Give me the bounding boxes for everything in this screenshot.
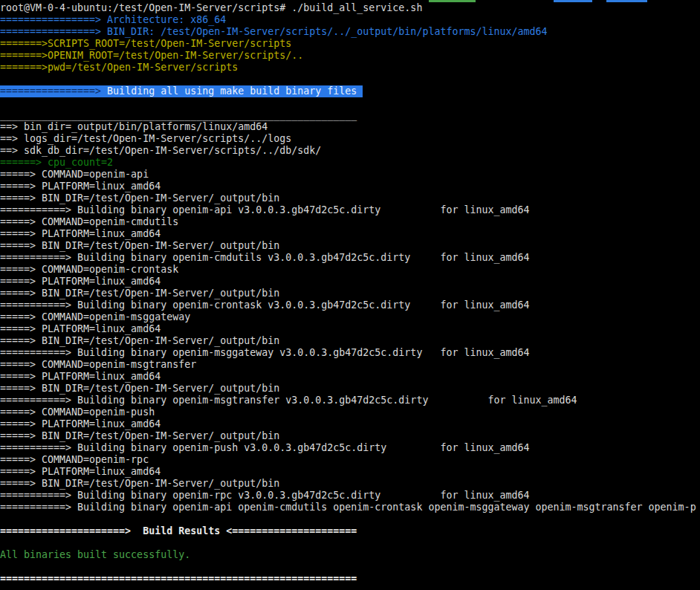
terminal-text-segment: =======>OPENIM_ROOT=/test/Open-IM-Server…: [0, 50, 303, 61]
terminal-text-segment: =====> COMMAND=openim-cmdutils: [0, 216, 178, 227]
terminal-line: [0, 74, 700, 85]
terminal-line: [0, 97, 700, 109]
terminal-line: ===========> Building binary openim-api …: [0, 204, 700, 216]
terminal-line: ======> cpu_count=2: [0, 157, 700, 169]
terminal-text-segment: ===========> Building binary openim-push…: [0, 442, 529, 453]
terminal-text-segment: =====================> Build Results <==…: [0, 525, 357, 536]
terminal-text-segment: ===========> Building binary openim-rpc …: [0, 490, 529, 501]
terminal-text-segment: ================> BIN_DIR: /test/Open-IM…: [0, 26, 548, 37]
terminal-text-segment: =====> COMMAND=openim-push: [0, 406, 155, 418]
terminal-text-segment: root@VM-0-4-ubuntu:/test/Open-IM-Server/…: [0, 2, 422, 13]
terminal-line: =====> BIN_DIR=/test/Open-IM-Server/_out…: [0, 192, 700, 204]
terminal-line: ===========> Building binary openim-push…: [0, 442, 700, 454]
terminal-text-segment: ================> Architecture: x86_64: [0, 14, 226, 25]
terminal-line: ==> bin_dir=_output/bin/platforms/linux/…: [0, 121, 700, 133]
terminal-line: ==> sdk_db_dir=/test/Open-IM-Server/scri…: [0, 145, 700, 157]
terminal-text-segment: =====> BIN_DIR=/test/Open-IM-Server/_out…: [0, 240, 279, 251]
terminal-line: =====> BIN_DIR=/test/Open-IM-Server/_out…: [0, 335, 700, 347]
terminal-line: ===========> Building binary openim-cron…: [0, 299, 700, 311]
terminal-text-segment: ===========> Building binary openim-msgg…: [0, 347, 529, 358]
terminal-line: ========================================…: [0, 573, 700, 585]
terminal-text-segment: ==> sdk_db_dir=/test/Open-IM-Server/scri…: [0, 145, 321, 156]
terminal-text-segment: =====> BIN_DIR=/test/Open-IM-Server/_out…: [0, 288, 279, 299]
terminal-text-segment: ======> cpu_count=2: [0, 157, 113, 168]
terminal-text-segment: =====> COMMAND=openim-api: [0, 169, 149, 180]
terminal-line: ===========> Building binary openim-api …: [0, 502, 700, 513]
terminal-text-segment: ===========> Building binary openim-cmdu…: [0, 252, 529, 263]
terminal-text-segment: =====> BIN_DIR=/test/Open-IM-Server/_out…: [0, 383, 279, 394]
terminal-line: =====> COMMAND=openim-rpc: [0, 454, 700, 466]
terminal-line: =======>pwd=/test/Open-IM-Server/scripts: [0, 62, 700, 74]
terminal-text-segment: =====> PLATFORM=linux_amd64: [0, 276, 161, 287]
terminal-line: =====> PLATFORM=linux_amd64: [0, 228, 700, 240]
terminal-line: =====> BIN_DIR=/test/Open-IM-Server/_out…: [0, 240, 700, 252]
terminal-text-segment: =====> PLATFORM=linux_amd64: [0, 371, 161, 382]
terminal-text-segment: ________________________________________…: [0, 109, 357, 120]
terminal-text-segment: ===========> Building binary openim-msgt…: [0, 395, 577, 406]
terminal-line: ================> BIN_DIR: /test/Open-IM…: [0, 26, 700, 38]
terminal-text-segment: =====> PLATFORM=linux_amd64: [0, 323, 161, 334]
terminal-line: =======>SCRIPTS_ROOT=/test/Open-IM-Serve…: [0, 38, 700, 50]
terminal-line: =====> PLATFORM=linux_amd64: [0, 371, 700, 383]
terminal-text-segment: ===========> Building binary openim-cron…: [0, 299, 529, 311]
terminal-line: =====> BIN_DIR=/test/Open-IM-Server/_out…: [0, 288, 700, 299]
terminal-text-segment: =====> COMMAND=openim-rpc: [0, 454, 149, 465]
clipped-text-fragment: [606, 0, 647, 2]
terminal-text-segment: =====> BIN_DIR=/test/Open-IM-Server/_out…: [0, 192, 279, 204]
terminal-line: root@VM-0-4-ubuntu:/test/Open-IM-Server/…: [0, 2, 700, 14]
terminal-line: ===========> Building binary openim-cmdu…: [0, 252, 700, 264]
terminal-text-segment: ========================================…: [0, 573, 357, 584]
terminal-line: [0, 561, 700, 573]
terminal-text-segment: =======>pwd=/test/Open-IM-Server/scripts: [0, 62, 238, 73]
terminal-text-segment: =====> PLATFORM=linux_amd64: [0, 228, 161, 239]
terminal-text-segment: =====> PLATFORM=linux_amd64: [0, 466, 161, 477]
terminal-line: =====> BIN_DIR=/test/Open-IM-Server/_out…: [0, 478, 700, 490]
terminal-line: =====> COMMAND=openim-msgtransfer: [0, 359, 700, 371]
terminal-text-segment: =====> BIN_DIR=/test/Open-IM-Server/_out…: [0, 478, 279, 489]
terminal-text-segment: Building all using make build binary fil…: [107, 85, 363, 97]
terminal-text-segment: ===========> Building binary openim-api …: [0, 204, 529, 215]
terminal-text-segment: ================>: [0, 85, 107, 97]
terminal-text-segment: =====> PLATFORM=linux_amd64: [0, 181, 161, 192]
terminal-line: ===========> Building binary openim-rpc …: [0, 490, 700, 502]
terminal-line: =====> COMMAND=openim-msggateway: [0, 311, 700, 323]
terminal-line: =====> BIN_DIR=/test/Open-IM-Server/_out…: [0, 430, 700, 442]
clipped-text-fragment: [429, 0, 476, 2]
terminal-line: ================> Architecture: x86_64: [0, 14, 700, 26]
terminal-text-segment: All binaries built successfully.: [0, 549, 190, 560]
terminal-line: =====> PLATFORM=linux_amd64: [0, 276, 700, 288]
previous-line-clipped-fragment: [0, 0, 700, 2]
terminal-line: =====> PLATFORM=linux_amd64: [0, 418, 700, 430]
terminal-line: =====> PLATFORM=linux_amd64: [0, 181, 700, 192]
terminal-text-segment: =====> BIN_DIR=/test/Open-IM-Server/_out…: [0, 335, 279, 346]
terminal-text-segment: =====> BIN_DIR=/test/Open-IM-Server/_out…: [0, 430, 279, 441]
terminal-line: =====> COMMAND=openim-api: [0, 169, 700, 181]
terminal-text-segment: =======>SCRIPTS_ROOT=/test/Open-IM-Serve…: [0, 38, 291, 49]
terminal-line: ==> logs_dir=/test/Open-IM-Server/script…: [0, 133, 700, 145]
terminal-text-segment: ===========> Building binary openim-api …: [0, 502, 696, 513]
terminal-line: All binaries built successfully.: [0, 549, 700, 561]
selected-text-highlight: ================> Building all using mak…: [0, 85, 363, 97]
terminal-line: ===========> Building binary openim-msgg…: [0, 347, 700, 359]
terminal-line: ================> Building all using mak…: [0, 85, 700, 97]
terminal-line: =====================> Build Results <==…: [0, 525, 700, 537]
terminal-line: =====> PLATFORM=linux_amd64: [0, 323, 700, 335]
terminal-line: =====> COMMAND=openim-crontask: [0, 264, 700, 276]
terminal-line: =====> BIN_DIR=/test/Open-IM-Server/_out…: [0, 383, 700, 395]
terminal-screen[interactable]: root@VM-0-4-ubuntu:/test/Open-IM-Server/…: [0, 0, 700, 590]
terminal-line: =======>OPENIM_ROOT=/test/Open-IM-Server…: [0, 50, 700, 62]
terminal-text-segment: ==> bin_dir=_output/bin/platforms/linux/…: [0, 121, 268, 132]
terminal-text-segment: =====> COMMAND=openim-crontask: [0, 264, 178, 275]
terminal-line: =====> COMMAND=openim-cmdutils: [0, 216, 700, 228]
terminal-text-segment: =====> PLATFORM=linux_amd64: [0, 418, 161, 429]
terminal-line: [0, 513, 700, 525]
terminal-text-segment: ==> logs_dir=/test/Open-IM-Server/script…: [0, 133, 291, 144]
terminal-line: [0, 537, 700, 549]
terminal-line: ===========> Building binary openim-msgt…: [0, 395, 700, 406]
clipped-text-fragment: [554, 0, 592, 2]
terminal-line: ________________________________________…: [0, 109, 700, 121]
terminal-line: =====> COMMAND=openim-push: [0, 406, 700, 418]
terminal-line: =====> PLATFORM=linux_amd64: [0, 466, 700, 478]
terminal-text-segment: =====> COMMAND=openim-msggateway: [0, 311, 190, 322]
terminal-text-segment: =====> COMMAND=openim-msgtransfer: [0, 359, 196, 370]
